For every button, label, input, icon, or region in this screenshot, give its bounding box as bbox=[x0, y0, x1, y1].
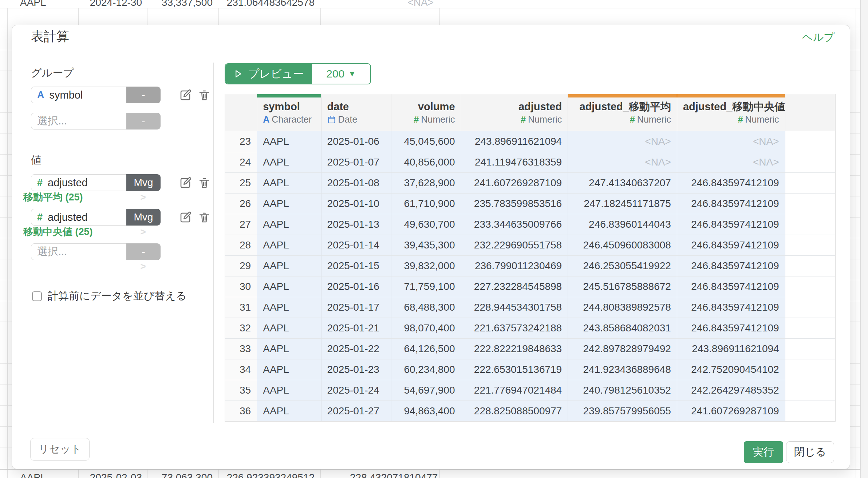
table-cell: 243.896911621094 bbox=[461, 131, 568, 152]
value-section-label: 値 bbox=[31, 153, 42, 168]
calculation-chip[interactable]: Mvg bbox=[126, 174, 161, 191]
value-column-placeholder-field[interactable]: 選択... bbox=[31, 243, 126, 260]
group-column-field[interactable]: A symbol bbox=[31, 87, 126, 103]
empty-cell bbox=[785, 297, 835, 318]
edit-icon[interactable] bbox=[178, 88, 193, 103]
edit-icon[interactable] bbox=[178, 176, 193, 191]
column-type: #Numeric bbox=[397, 113, 455, 126]
column-header-6[interactable]: adjusted_移動中央値#Numeric bbox=[677, 94, 785, 131]
calculation-chip[interactable]: - bbox=[126, 243, 161, 260]
table-cell: 246.83960144043 bbox=[568, 214, 677, 235]
row-number-cell: 32 bbox=[225, 318, 257, 339]
table-calculation-dialog: 表計算 ヘルプ グループ A symbol - bbox=[12, 25, 850, 469]
table-cell: 246.843597412109 bbox=[677, 235, 785, 256]
table-cell: <NA> bbox=[677, 131, 785, 152]
sort-before-calc-checkbox[interactable] bbox=[32, 291, 42, 301]
hash-numeric-icon: # bbox=[414, 114, 419, 124]
chevron-down-icon: ▼ bbox=[348, 69, 356, 79]
table-cell: 39,435,300 bbox=[391, 235, 461, 256]
preview-table: symbolACharacterdateDatevolume#Numericad… bbox=[225, 94, 835, 422]
preview-button[interactable]: プレビュー bbox=[225, 64, 311, 84]
table-cell: AAPL bbox=[257, 276, 321, 297]
table-row: 24AAPL2025-01-0740,856,000241.1194763183… bbox=[225, 152, 835, 173]
calculation-chip[interactable]: Mvg bbox=[126, 209, 161, 226]
background-cell: 231.064483642578 bbox=[224, 0, 315, 9]
table-row: 25AAPL2025-01-0837,628,900241.6072692871… bbox=[225, 173, 835, 194]
close-button[interactable]: 閉じる bbox=[786, 441, 834, 463]
table-cell: AAPL bbox=[257, 339, 321, 359]
column-header-3[interactable]: volume#Numeric bbox=[391, 94, 461, 131]
column-header-1[interactable]: symbolACharacter bbox=[257, 94, 321, 131]
hash-numeric-icon: # bbox=[738, 114, 743, 124]
delete-icon[interactable] bbox=[197, 176, 212, 191]
background-cell: 228.432071810477 bbox=[350, 471, 434, 478]
column-accent-bar bbox=[568, 94, 677, 97]
row-number-cell: 26 bbox=[225, 194, 257, 214]
field-placeholder: 選択... bbox=[37, 114, 67, 128]
reset-button[interactable]: リセット bbox=[30, 438, 90, 461]
table-cell: AAPL bbox=[257, 173, 321, 194]
table-cell: 2025-01-24 bbox=[321, 380, 391, 401]
value-column-field[interactable]: # adjusted bbox=[31, 174, 126, 191]
table-cell: 244.808389892578 bbox=[568, 297, 677, 318]
background-cell: AAPL bbox=[20, 471, 75, 478]
table-row: 35AAPL2025-01-2454,697,900221.7769470214… bbox=[225, 380, 835, 401]
aggregation-chip[interactable]: - bbox=[126, 113, 161, 130]
calculation-subtext: 移動中央値 (25) bbox=[23, 225, 93, 238]
table-cell: 242.752090454102 bbox=[677, 359, 785, 380]
table-row: 30AAPL2025-01-1671,759,100227.2322845458… bbox=[225, 276, 835, 297]
group-section-label: グループ bbox=[31, 66, 74, 80]
row-number-cell: 29 bbox=[225, 256, 257, 276]
table-cell: 227.232284545898 bbox=[461, 276, 568, 297]
row-number-cell: 28 bbox=[225, 235, 257, 256]
group-column-placeholder-field[interactable]: 選択... bbox=[31, 113, 126, 130]
table-cell: 246.253055419922 bbox=[568, 256, 677, 276]
column-label: adjusted_移動平均 bbox=[574, 100, 671, 113]
table-row: 33AAPL2025-01-2264,126,500222.8222198486… bbox=[225, 339, 835, 359]
empty-cell bbox=[785, 401, 835, 422]
column-accent-bar bbox=[677, 94, 785, 97]
background-cell: 2025-02-03 bbox=[87, 471, 142, 478]
table-cell: 2025-01-21 bbox=[321, 318, 391, 339]
screen: AAPL2024-12-3033,337,500231.064483642578… bbox=[0, 0, 868, 478]
table-row: 28AAPL2025-01-1439,435,300232.2296905517… bbox=[225, 235, 835, 256]
row-number-cell: 23 bbox=[225, 131, 257, 152]
help-link[interactable]: ヘルプ bbox=[802, 30, 835, 45]
table-cell: 2025-01-08 bbox=[321, 173, 391, 194]
background-grid-line bbox=[856, 0, 856, 478]
row-number-cell: 27 bbox=[225, 214, 257, 235]
column-header-2[interactable]: dateDate bbox=[321, 94, 391, 131]
table-cell: 222.653015136719 bbox=[461, 359, 568, 380]
column-header-4[interactable]: adjusted#Numeric bbox=[461, 94, 568, 131]
table-cell: 2025-01-17 bbox=[321, 297, 391, 318]
field-value: adjusted bbox=[48, 177, 88, 189]
page-scrollbar[interactable] bbox=[860, 0, 868, 478]
table-cell: 2025-01-15 bbox=[321, 256, 391, 276]
table-cell: 2025-01-10 bbox=[321, 194, 391, 214]
field-placeholder: 選択... bbox=[37, 244, 67, 259]
delete-icon[interactable] bbox=[197, 211, 212, 225]
table-cell: 246.843597412109 bbox=[677, 297, 785, 318]
delete-icon[interactable] bbox=[197, 88, 212, 103]
table-cell: AAPL bbox=[257, 194, 321, 214]
table-row: 36AAPL2025-01-2794,863,400228.8250885009… bbox=[225, 401, 835, 422]
table-cell: 242.897828979492 bbox=[568, 339, 677, 359]
column-header-5[interactable]: adjusted_移動平均#Numeric bbox=[568, 94, 677, 131]
value-column-field[interactable]: # adjusted bbox=[31, 209, 126, 226]
row-limit-dropdown[interactable]: 200 ▼ bbox=[311, 64, 370, 84]
table-cell: AAPL bbox=[257, 380, 321, 401]
column-header-empty bbox=[785, 94, 835, 131]
row-number-cell: 24 bbox=[225, 152, 257, 173]
table-cell: AAPL bbox=[257, 359, 321, 380]
table-cell: 247.41340637207 bbox=[568, 173, 677, 194]
table-cell: <NA> bbox=[568, 152, 677, 173]
empty-cell bbox=[785, 214, 835, 235]
aggregation-chip[interactable]: - bbox=[126, 87, 161, 103]
empty-cell bbox=[785, 194, 835, 214]
run-button[interactable]: 実行 bbox=[744, 441, 783, 463]
table-cell: 37,628,900 bbox=[391, 173, 461, 194]
table-cell: 40,856,000 bbox=[391, 152, 461, 173]
table-row: 23AAPL2025-01-0645,045,600243.8969116210… bbox=[225, 131, 835, 152]
numeric-type-icon: # bbox=[37, 177, 43, 188]
edit-icon[interactable] bbox=[178, 211, 193, 225]
